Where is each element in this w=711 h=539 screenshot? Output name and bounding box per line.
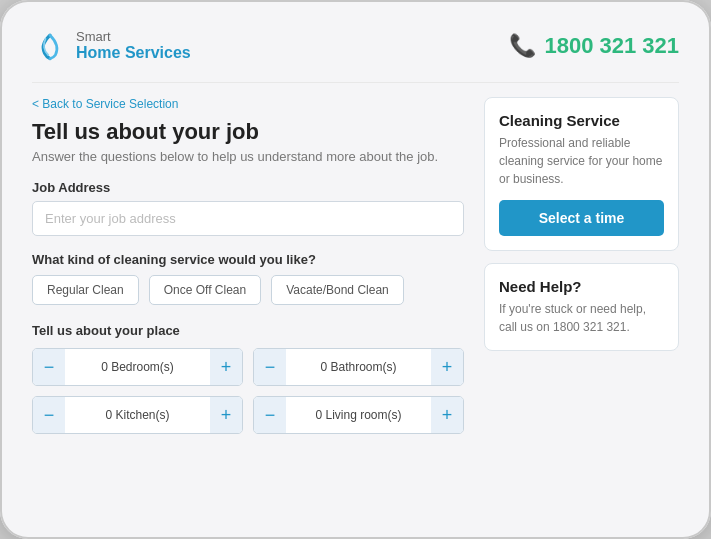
main-layout: < Back to Service Selection Tell us abou… — [32, 97, 679, 434]
header: Smart Home Services 📞 1800 321 321 — [32, 28, 679, 83]
bedroom-counter: − 0 Bedroom(s) + — [32, 348, 243, 386]
livingroom-increment-button[interactable]: + — [431, 397, 463, 433]
bathroom-decrement-button[interactable]: − — [254, 349, 286, 385]
place-label: Tell us about your place — [32, 323, 464, 338]
address-label: Job Address — [32, 180, 464, 195]
regular-clean-button[interactable]: Regular Clean — [32, 275, 139, 305]
logo-text: Smart Home Services — [76, 30, 191, 62]
service-card-title: Cleaning Service — [499, 112, 664, 129]
logo-smart-label: Smart — [76, 30, 191, 44]
left-panel: < Back to Service Selection Tell us abou… — [32, 97, 464, 434]
counters-grid: − 0 Bedroom(s) + − 0 Bathroom(s) + − 0 K… — [32, 348, 464, 434]
page-title: Tell us about your job — [32, 119, 464, 145]
cleaning-question: What kind of cleaning service would you … — [32, 252, 464, 267]
kitchen-value: 0 Kitchen(s) — [65, 408, 210, 422]
back-link[interactable]: < Back to Service Selection — [32, 97, 464, 111]
logo-area: Smart Home Services — [32, 28, 191, 64]
phone-number: 1800 321 321 — [544, 33, 679, 59]
once-off-clean-button[interactable]: Once Off Clean — [149, 275, 262, 305]
bedroom-decrement-button[interactable]: − — [33, 349, 65, 385]
service-card: Cleaning Service Professional and reliab… — [484, 97, 679, 251]
bedroom-increment-button[interactable]: + — [210, 349, 242, 385]
right-panel: Cleaning Service Professional and reliab… — [484, 97, 679, 434]
page-subtitle: Answer the questions below to help us un… — [32, 149, 464, 164]
service-card-desc: Professional and reliable cleaning servi… — [499, 134, 664, 188]
help-card-title: Need Help? — [499, 278, 664, 295]
cleaning-options: Regular Clean Once Off Clean Vacate/Bond… — [32, 275, 464, 305]
kitchen-increment-button[interactable]: + — [210, 397, 242, 433]
livingroom-value: 0 Living room(s) — [286, 408, 431, 422]
kitchen-counter: − 0 Kitchen(s) + — [32, 396, 243, 434]
logo-icon — [32, 28, 68, 64]
help-card: Need Help? If you're stuck or need help,… — [484, 263, 679, 351]
bedroom-value: 0 Bedroom(s) — [65, 360, 210, 374]
tablet-frame: Smart Home Services 📞 1800 321 321 < Bac… — [0, 0, 711, 539]
kitchen-decrement-button[interactable]: − — [33, 397, 65, 433]
bathroom-counter: − 0 Bathroom(s) + — [253, 348, 464, 386]
bathroom-value: 0 Bathroom(s) — [286, 360, 431, 374]
bathroom-increment-button[interactable]: + — [431, 349, 463, 385]
phone-icon: 📞 — [509, 33, 536, 59]
logo-home-label: Home Services — [76, 44, 191, 62]
address-input[interactable] — [32, 201, 464, 236]
livingroom-counter: − 0 Living room(s) + — [253, 396, 464, 434]
livingroom-decrement-button[interactable]: − — [254, 397, 286, 433]
phone-area: 📞 1800 321 321 — [509, 33, 679, 59]
help-card-desc: If you're stuck or need help, call us on… — [499, 300, 664, 336]
vacate-bond-clean-button[interactable]: Vacate/Bond Clean — [271, 275, 404, 305]
select-time-button[interactable]: Select a time — [499, 200, 664, 236]
